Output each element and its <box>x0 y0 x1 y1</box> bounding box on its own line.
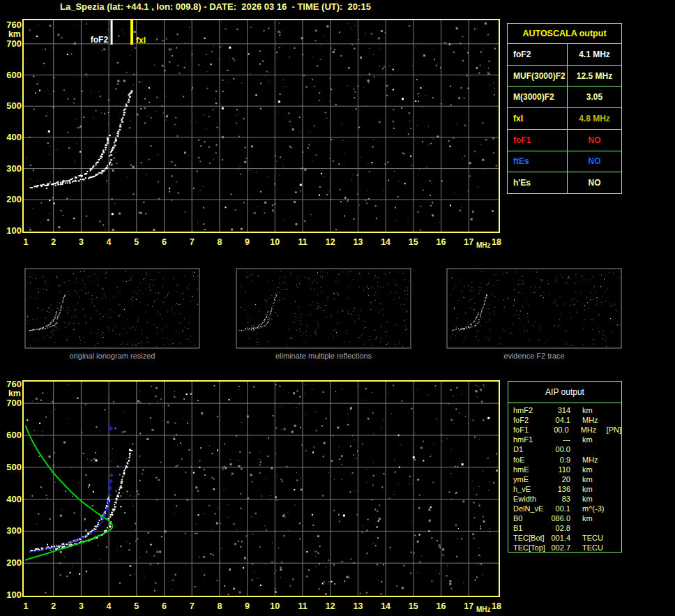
autoscala-row-ftes: ftEsNO <box>508 151 621 173</box>
autoscala-table: AUTOSCALA output foF24.1 MHzMUF(3000)F21… <box>507 23 622 194</box>
aip-row-hmf2: hmF2314km <box>513 405 621 415</box>
aip-row-label: hmF2 <box>513 406 549 414</box>
aip-row-value: 110 <box>549 465 570 474</box>
svg-text:760: 760 <box>6 379 22 389</box>
aip-row-value: 02.8 <box>549 524 570 532</box>
aip-row-label: foF2 <box>513 416 549 424</box>
aip-row-foe: foE0.9MHz <box>513 454 621 464</box>
autoscala-row-fof1: foF1NO <box>508 130 621 151</box>
svg-text:9: 9 <box>245 237 250 247</box>
thumbnail-caption-eliminate: eliminate multiple reflections <box>236 352 411 360</box>
thumbnail-caption-original: original ionogram resized <box>25 352 199 360</box>
svg-text:7: 7 <box>190 237 195 247</box>
svg-text:15: 15 <box>409 601 418 611</box>
aip-row-unit: km <box>582 485 609 493</box>
aip-row-unit: km <box>582 475 609 483</box>
svg-text:18: 18 <box>492 237 501 247</box>
aip-row-value: 136 <box>549 485 570 493</box>
autoscala-row-label: fxI <box>508 108 568 129</box>
aip-row-value: --- <box>549 435 570 444</box>
svg-text:600: 600 <box>6 70 22 80</box>
aip-row-value: 00.0 <box>549 445 570 453</box>
svg-text:km: km <box>8 29 21 39</box>
svg-text:6: 6 <box>162 237 167 247</box>
aip-row-b0: B0086.0km <box>513 513 621 523</box>
svg-text:MHz: MHz <box>476 241 491 249</box>
aip-row-unit: TECU <box>582 543 609 552</box>
thumbnail-original <box>25 269 199 348</box>
aip-row-label: foF1 <box>513 426 549 434</box>
aip-row-tecbot: TEC[Bot]001.4TECU <box>513 533 621 543</box>
svg-text:1: 1 <box>24 237 29 247</box>
autoscala-table-header: AUTOSCALA output <box>508 24 621 44</box>
svg-text:10: 10 <box>270 601 280 611</box>
svg-text:200: 200 <box>6 557 22 568</box>
autoscala-row-label: h'Es <box>508 172 568 193</box>
aip-row-label: hmE <box>513 465 549 474</box>
svg-text:fxI: fxI <box>136 36 146 45</box>
svg-text:16: 16 <box>437 237 446 247</box>
aip-table: AIP output hmF2314kmfoF204.1MHzfoF100.0M… <box>508 381 622 553</box>
svg-text:9: 9 <box>245 601 250 611</box>
aip-row-unit: km <box>582 514 609 523</box>
svg-text:100: 100 <box>6 225 22 236</box>
aip-row-delnve: DelN_vE00.1m^(-3) <box>513 504 621 513</box>
aip-row-extra: [PN] <box>607 426 621 434</box>
autoscala-row-m3000f2: M(3000)F23.05 <box>508 87 621 108</box>
autoscala-row-value: 12.5 MHz <box>568 66 621 87</box>
aip-table-rows: hmF2314kmfoF204.1MHzfoF100.0MHz[PN]hmF1-… <box>508 403 621 553</box>
svg-text:13: 13 <box>353 237 363 247</box>
aip-row-unit: MHz <box>581 426 607 434</box>
thumbnail-caption-evidence: evidence F2 trace <box>447 352 621 360</box>
aip-row-unit: km <box>582 495 609 503</box>
thumbnail-evidence-border <box>447 269 621 348</box>
svg-text:8: 8 <box>217 601 222 611</box>
aip-row-label: D1 <box>513 445 549 453</box>
aip-row-label: B0 <box>513 514 549 523</box>
bottom-ionogram-plot-border <box>23 381 499 596</box>
thumbnail-evidence <box>447 269 621 348</box>
aip-row-b1: B102.8 <box>513 523 621 533</box>
autoscala-row-label: M(3000)F2 <box>508 87 568 107</box>
autoscala-row-hes: h'EsNO <box>508 172 621 193</box>
svg-text:300: 300 <box>6 163 22 174</box>
svg-text:300: 300 <box>6 525 22 536</box>
aip-row-hme: hmE110km <box>513 465 621 474</box>
thumbnail-eliminate-border <box>236 269 411 348</box>
aip-row-label: DelN_vE <box>513 504 549 513</box>
autoscala-row-value: NO <box>568 172 621 193</box>
autoscala-table-rows: foF24.1 MHzMUF(3000)F212.5 MHzM(3000)F23… <box>508 44 621 193</box>
svg-text:500: 500 <box>6 100 22 111</box>
svg-text:4: 4 <box>107 601 112 611</box>
svg-text:2: 2 <box>51 601 56 611</box>
svg-text:7: 7 <box>190 601 195 611</box>
aip-row-label: foE <box>513 456 549 464</box>
svg-text:400: 400 <box>6 494 22 504</box>
aip-row-label: hmF1 <box>513 435 549 444</box>
svg-text:11: 11 <box>298 237 307 247</box>
aip-row-label: TEC[Bot] <box>513 534 549 542</box>
svg-text:km: km <box>8 389 21 398</box>
top-ionogram-plot: foF2fxI123456789101112131415161718MHz100… <box>6 20 501 249</box>
aip-row-ewidth: Ewidth83km <box>513 494 621 504</box>
aip-row-value: 001.4 <box>549 534 570 542</box>
aip-row-value: 086.0 <box>549 514 570 523</box>
thumbnail-eliminate <box>236 269 411 348</box>
svg-text:10: 10 <box>270 237 280 247</box>
aip-row-label: ymE <box>513 475 549 483</box>
aip-row-d1: D100.0 <box>513 444 621 454</box>
svg-text:13: 13 <box>353 601 363 611</box>
svg-text:700: 700 <box>6 398 22 408</box>
aip-row-value: 0.9 <box>549 456 570 464</box>
svg-text:8: 8 <box>217 237 222 247</box>
autoscala-row-label: foF1 <box>508 130 568 151</box>
autoscala-row-fxi: fxI4.8 MHz <box>508 108 621 130</box>
aip-row-label: Ewidth <box>513 495 549 503</box>
aip-row-value: 002.7 <box>549 543 570 552</box>
svg-text:18: 18 <box>492 601 501 611</box>
aip-row-value: 00.0 <box>549 426 569 434</box>
svg-text:5: 5 <box>134 237 139 247</box>
aip-row-label: TEC[Top] <box>513 543 549 552</box>
svg-text:600: 600 <box>6 430 22 440</box>
thumbnail-original-border <box>25 269 199 348</box>
